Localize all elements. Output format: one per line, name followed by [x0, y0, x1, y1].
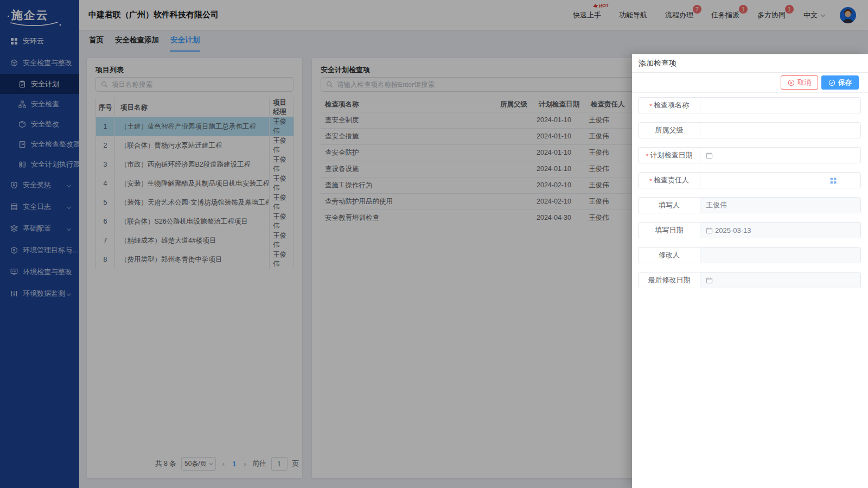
field-label: *计划检查日期: [639, 148, 700, 163]
save-button[interactable]: 保存: [821, 75, 859, 90]
drawer-title: 添加检查项: [632, 54, 868, 73]
field-value-1[interactable]: [700, 123, 860, 138]
field-label: 最后修改日期: [639, 272, 700, 288]
cancel-circle-icon: [788, 79, 795, 86]
field-value-2[interactable]: [700, 148, 860, 163]
user-picker-icon[interactable]: [830, 178, 837, 184]
drawer-field-5: 填写日期2025-03-13: [638, 222, 861, 238]
field-label: 填写人: [639, 198, 700, 213]
field-value-5[interactable]: 2025-03-13: [700, 223, 860, 238]
field-label-text: 所属父级: [655, 125, 684, 135]
field-label: 填写日期: [639, 223, 700, 238]
field-label: *检查项名称: [639, 98, 700, 113]
required-asterisk: *: [646, 152, 648, 160]
field-label-text: 检查项名称: [654, 100, 689, 110]
field-label: *检查责任人: [639, 173, 700, 188]
drawer-field-0: *检查项名称: [638, 97, 861, 113]
field-label-text: 检查责任人: [654, 175, 689, 185]
calendar-icon: [706, 152, 713, 159]
drawer-field-2: *计划检查日期: [638, 147, 861, 163]
field-value-text: 王俊伟: [706, 200, 727, 210]
drawer-form: *检查项名称所属父级*计划检查日期*检查责任人填写人王俊伟填写日期2025-03…: [632, 93, 868, 288]
field-value-text: 2025-03-13: [715, 226, 751, 235]
field-value-6[interactable]: [700, 248, 860, 263]
field-label: 所属父级: [639, 123, 700, 138]
add-check-item-drawer: 添加检查项 取消 保存 *检查项名称所属父级*计划检查日期*检查责任人填写人王俊…: [632, 54, 868, 488]
save-label: 保存: [838, 78, 852, 87]
cancel-label: 取消: [797, 78, 811, 87]
calendar-icon: [706, 277, 713, 284]
required-asterisk: *: [649, 102, 652, 110]
field-value-3[interactable]: [700, 173, 860, 188]
field-label: 修改人: [639, 248, 700, 263]
drawer-field-7: 最后修改日期: [638, 272, 861, 288]
calendar-icon: [706, 227, 713, 234]
field-value-4[interactable]: 王俊伟: [700, 198, 860, 213]
drawer-field-6: 修改人: [638, 247, 861, 263]
field-label-text: 最后修改日期: [648, 275, 691, 285]
field-label-text: 填写日期: [655, 225, 684, 235]
required-asterisk: *: [649, 177, 652, 185]
drawer-field-1: 所属父级: [638, 122, 861, 138]
field-label-text: 修改人: [659, 250, 680, 260]
field-value-7[interactable]: [700, 272, 860, 288]
check-circle-icon: [828, 79, 835, 86]
drawer-toolbar: 取消 保存: [632, 73, 868, 93]
drawer-field-3: *检查责任人: [638, 172, 861, 188]
field-label-text: 填写人: [659, 200, 680, 210]
drawer-field-4: 填写人王俊伟: [638, 197, 861, 213]
cancel-button[interactable]: 取消: [781, 75, 818, 90]
field-value-0[interactable]: [700, 98, 860, 113]
field-label-text: 计划检查日期: [650, 150, 693, 160]
